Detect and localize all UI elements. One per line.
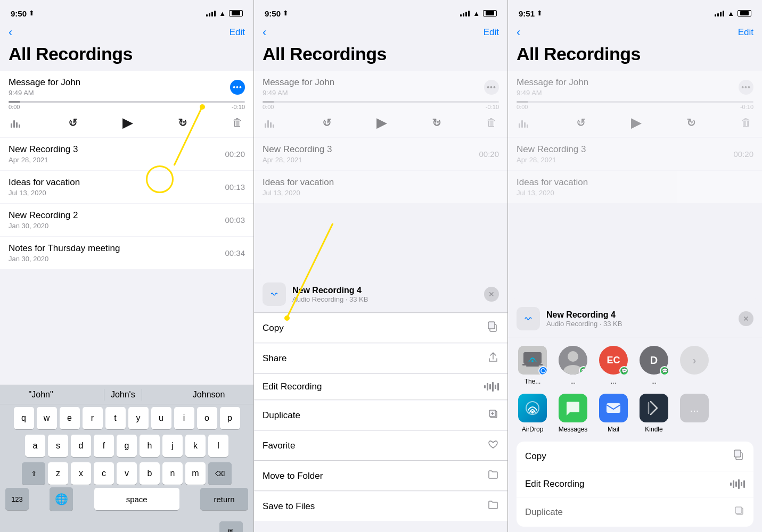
list-item[interactable]: Notes for Thursday meeting Jan 30, 2020 … — [0, 237, 253, 269]
kb-numbers[interactable]: 123 — [5, 488, 29, 510]
share-action-duplicate[interactable]: Duplicate — [517, 497, 753, 527]
kb-return[interactable]: return — [200, 488, 248, 510]
share-close-button[interactable]: ✕ — [739, 311, 753, 326]
list-item: Ideas for vacation Jul 13, 2020 — [254, 171, 507, 203]
autocomplete-john[interactable]: "John" — [22, 389, 60, 401]
app-item-kindle[interactable]: Kindle — [638, 394, 670, 433]
more-button-2[interactable]: ••• — [484, 80, 499, 95]
list-item[interactable]: New Recording 3 Apr 28, 2021 00:20 — [0, 138, 253, 170]
share-contacts-row: The... 💬 ... — [508, 337, 762, 394]
autocomplete-johns[interactable]: John's — [104, 389, 142, 401]
contact-item-person1[interactable]: 💬 ... — [557, 346, 589, 385]
kb-key-c[interactable]: c — [94, 462, 114, 485]
messages-app-label: Messages — [559, 426, 588, 433]
list-item[interactable]: Ideas for vacation Jul 13, 2020 00:13 — [0, 171, 253, 203]
progress-bar-2[interactable]: 0:00 -0:10 — [263, 101, 499, 110]
context-edit-recording[interactable]: Edit Recording — [254, 374, 507, 400]
share-file-name: New Recording 4 — [546, 310, 622, 320]
share-file-icon — [517, 307, 540, 330]
contact-item-mac[interactable]: The... — [517, 346, 548, 385]
back-button-1[interactable]: ‹ — [9, 26, 12, 39]
file-info: New Recording 4 Audio Recording · 33 KB — [263, 282, 368, 306]
kb-shift[interactable]: ⇧ — [22, 462, 45, 485]
status-time-2: 9:50 ⬆ — [265, 9, 288, 18]
forward-button-2[interactable]: ↻15 — [432, 116, 441, 130]
kb-key-k[interactable]: k — [185, 435, 206, 457]
kb-key-r[interactable]: r — [83, 407, 103, 429]
context-copy[interactable]: Copy — [254, 313, 507, 343]
kb-key-w[interactable]: w — [37, 407, 57, 429]
svg-point-17 — [568, 351, 578, 362]
kindle-app-icon — [640, 394, 668, 422]
messages-app-icon — [559, 394, 587, 422]
back-button-3[interactable]: ‹ — [517, 26, 520, 39]
context-save-files[interactable]: Save to Files — [254, 492, 507, 521]
kb-mic-icon[interactable]: 🎙 — [219, 521, 243, 532]
kb-key-e[interactable]: e — [60, 407, 80, 429]
status-time-1: 9:50 ⬆ — [11, 9, 34, 18]
more-button-1[interactable]: ••• — [230, 80, 245, 95]
kb-key-t[interactable]: t — [105, 407, 126, 429]
kb-key-f[interactable]: f — [94, 435, 114, 457]
context-share[interactable]: Share — [254, 344, 507, 373]
rewind-button-2[interactable]: ↺15 — [322, 116, 332, 130]
kb-key-q[interactable]: q — [14, 407, 34, 429]
play-button-2[interactable]: ▶ — [376, 114, 387, 131]
status-bar-1: 9:50 ⬆ ▲ — [0, 0, 253, 23]
list-item[interactable]: New Recording 2 Jan 30, 2020 00:03 — [0, 204, 253, 236]
app-item-messages[interactable]: Messages — [557, 394, 589, 433]
kb-key-v[interactable]: v — [117, 462, 137, 485]
edit-button-2[interactable]: Edit — [484, 27, 499, 38]
eq-button-1[interactable] — [11, 118, 23, 128]
progress-bar-1[interactable]: 0:00 -0:10 — [9, 101, 245, 110]
kb-key-d[interactable]: d — [71, 435, 91, 457]
back-button-2[interactable]: ‹ — [263, 26, 266, 39]
kb-key-l[interactable]: l — [208, 435, 228, 457]
app-item-airdrop[interactable]: AirDrop — [517, 394, 548, 433]
airdrop-app-icon — [518, 394, 547, 422]
kb-key-i[interactable]: i — [174, 407, 194, 429]
share-action-edit[interactable]: Edit Recording — [517, 471, 753, 497]
edit-button-3[interactable]: Edit — [738, 27, 753, 38]
context-move-folder[interactable]: Move to Folder — [254, 461, 507, 491]
app-item-mail[interactable]: Mail — [597, 394, 629, 433]
close-button[interactable]: ✕ — [484, 287, 499, 302]
kb-key-h[interactable]: h — [140, 435, 160, 457]
share-action-copy[interactable]: Copy — [517, 442, 753, 471]
eq-button-2[interactable] — [265, 118, 277, 128]
forward-button-1[interactable]: ↻ 15 — [178, 116, 187, 130]
kb-globe-icon[interactable]: 🌐 — [50, 487, 73, 511]
svg-rect-25 — [735, 507, 742, 513]
kb-key-z[interactable]: z — [48, 462, 68, 485]
progress-bar-3[interactable]: 0:00 -0:10 — [517, 101, 753, 110]
kb-key-b[interactable]: b — [140, 462, 160, 485]
status-icons-1: ▲ — [206, 10, 243, 18]
kb-key-a[interactable]: a — [25, 435, 45, 457]
location-icon-1: ⬆ — [29, 10, 34, 17]
kb-key-x[interactable]: x — [71, 462, 91, 485]
kb-delete[interactable]: ⌫ — [208, 462, 232, 485]
trash-button-2[interactable]: 🗑 — [486, 117, 497, 129]
kb-key-u[interactable]: u — [151, 407, 171, 429]
autocomplete-johnson[interactable]: Johnson — [186, 389, 232, 401]
kb-key-p[interactable]: p — [220, 407, 240, 429]
share-actions-list: Copy Edit Recording — [517, 442, 753, 527]
context-favorite[interactable]: Favorite — [254, 431, 507, 461]
svg-point-14 — [531, 360, 534, 362]
kb-key-m[interactable]: m — [185, 462, 206, 485]
more-button-3[interactable]: ••• — [739, 80, 753, 95]
play-button-1[interactable]: ▶ — [122, 114, 133, 131]
kb-key-n[interactable]: n — [162, 462, 183, 485]
kb-space[interactable]: space — [94, 488, 179, 510]
kb-key-y[interactable]: y — [128, 407, 149, 429]
edit-button-1[interactable]: Edit — [230, 27, 245, 38]
kb-key-g[interactable]: g — [117, 435, 137, 457]
context-duplicate[interactable]: Duplicate — [254, 401, 507, 430]
rewind-button-1[interactable]: ↺ 15 — [68, 116, 78, 130]
kb-key-s[interactable]: s — [48, 435, 68, 457]
kb-key-o[interactable]: o — [197, 407, 217, 429]
trash-button-1[interactable]: 🗑 — [232, 117, 243, 129]
contact-item-ec[interactable]: EC 💬 ... — [597, 346, 629, 385]
kb-key-j[interactable]: j — [162, 435, 183, 457]
contact-item-d[interactable]: D 💬 ... — [638, 346, 670, 385]
